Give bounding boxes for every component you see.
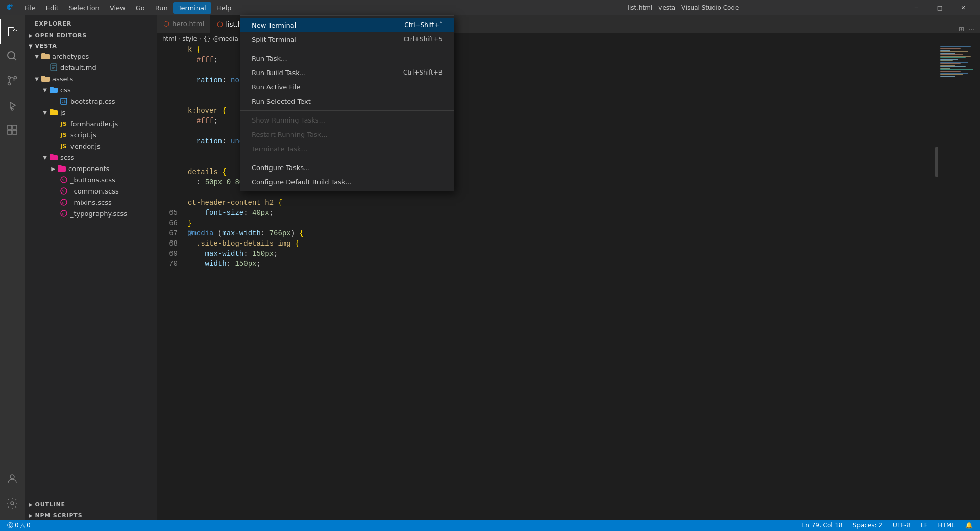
scrollbar-thumb[interactable] <box>935 147 938 177</box>
tree-archetypes[interactable]: ▼ archetypes <box>24 51 157 62</box>
language-label: HTML <box>938 522 955 529</box>
breadcrumb-html[interactable]: html <box>162 35 176 42</box>
menu-terminal[interactable]: Terminal <box>173 2 211 14</box>
activity-explorer[interactable] <box>0 19 24 44</box>
code-view: . . . . . . . . . . . . . . . . 65 <box>157 44 980 520</box>
tree-mixins-scss[interactable]: S _mixins.scss <box>24 197 157 208</box>
menu-help[interactable]: Help <box>211 2 237 14</box>
activity-extensions[interactable] <box>0 117 24 142</box>
folder-assets-icon <box>41 74 50 83</box>
folder-js-icon <box>49 108 58 117</box>
folder-icon <box>41 52 50 61</box>
tree-script-js[interactable]: JS script.js <box>24 129 157 140</box>
js-file-icon3: JS <box>59 141 68 151</box>
status-encoding[interactable]: UTF-8 <box>891 522 913 529</box>
tab-list-html[interactable]: ⬡ list.html ...\about ✕ <box>211 15 298 33</box>
npm-scripts-section[interactable]: ▶ NPM SCRIPTS <box>24 509 157 520</box>
tab-close-button[interactable]: ✕ <box>286 20 291 28</box>
breadcrumb: html › style › {} @media (max-width: 766… <box>157 33 980 44</box>
no-arrow <box>51 209 59 218</box>
bootstrap-css-label: bootstrap.css <box>70 98 115 105</box>
status-eol[interactable]: LF <box>919 522 930 529</box>
activity-search[interactable] <box>0 44 24 68</box>
npm-scripts-arrow: ▶ <box>29 513 33 518</box>
svg-point-1 <box>14 77 17 79</box>
svg-rect-8 <box>13 130 17 134</box>
title-bar: File Edit Selection View Go Run Terminal… <box>0 0 980 15</box>
tree-assets[interactable]: ▼ assets <box>24 73 157 84</box>
activity-source-control[interactable] <box>0 68 24 93</box>
breadcrumb-site-blog[interactable]: .site-blog <box>307 35 335 42</box>
svg-text:S: S <box>62 190 64 193</box>
warning-count: 0 <box>27 522 31 529</box>
activity-run[interactable] <box>0 93 24 117</box>
menu-file[interactable]: File <box>19 2 41 14</box>
activity-settings[interactable] <box>0 491 24 516</box>
js-file-icon2: JS <box>59 130 68 139</box>
breadcrumb-style[interactable]: style <box>182 35 197 42</box>
svg-point-10 <box>11 502 14 505</box>
code-line: .site-blog-details img { <box>188 238 934 249</box>
menu-view[interactable]: View <box>105 2 131 14</box>
menu-edit[interactable]: Edit <box>41 2 64 14</box>
breadcrumb-braces[interactable]: {} <box>203 35 211 42</box>
breadcrumb-media[interactable]: @media (max-width: 766px) <box>213 35 301 42</box>
open-editors-label: OPEN EDITORS <box>35 32 87 39</box>
status-notifications[interactable]: 🔔 <box>963 522 975 529</box>
assets-label: assets <box>52 75 73 83</box>
tree-bootstrap-css[interactable]: CSS bootstrap.css <box>24 95 157 107</box>
archetypes-label: archetypes <box>52 53 89 60</box>
status-language[interactable]: HTML <box>936 522 957 529</box>
split-editor-button[interactable]: ⊞ <box>959 25 964 33</box>
maximize-button[interactable]: □ <box>928 0 951 15</box>
tree-default-md[interactable]: default.md <box>24 62 157 73</box>
sep2: › <box>199 36 201 41</box>
tree-common-scss[interactable]: S _common.scss <box>24 185 157 197</box>
spaces-label: Spaces: 2 <box>853 522 883 529</box>
activity-account[interactable] <box>0 467 24 491</box>
code-line: details { <box>188 167 934 177</box>
js-arrow: ▼ <box>41 108 49 116</box>
scrollbar[interactable] <box>934 44 939 520</box>
components-arrow: ▶ <box>49 164 57 173</box>
open-editors-section[interactable]: ▶ OPEN EDITORS <box>24 29 157 40</box>
tree-formhandler-js[interactable]: JS formhandler.js <box>24 118 157 129</box>
minimap <box>939 44 980 520</box>
activity-bottom <box>0 467 24 520</box>
status-spaces[interactable]: Spaces: 2 <box>851 522 885 529</box>
css-label: css <box>60 86 71 94</box>
code-line: max-width: 150px; <box>188 249 934 259</box>
status-position[interactable]: Ln 79, Col 18 <box>800 522 845 529</box>
tree-css[interactable]: ▼ css <box>24 84 157 95</box>
hero-html-tab-label: hero.html <box>172 20 204 28</box>
tree-typography-scss[interactable]: S _typography.scss <box>24 208 157 219</box>
vesta-section[interactable]: ▼ VESTA <box>24 40 157 51</box>
svg-rect-6 <box>13 125 17 129</box>
minimize-button[interactable]: ─ <box>904 0 928 15</box>
code-line: font-size: 40px; <box>188 208 934 218</box>
code-line <box>188 187 934 198</box>
no-arrow <box>51 198 59 206</box>
more-tabs-button[interactable]: ⋯ <box>968 25 975 33</box>
tree-scss[interactable]: ▼ scss <box>24 152 157 163</box>
menu-selection[interactable]: Selection <box>64 2 105 14</box>
html-icon: ⬡ <box>163 20 169 28</box>
css-arrow: ▼ <box>41 86 49 94</box>
code-line: #fff; <box>188 116 934 126</box>
status-errors[interactable]: ⓪ 0 △ 0 <box>5 521 33 530</box>
menu-run[interactable]: Run <box>150 2 173 14</box>
code-content[interactable]: k { #fff; ration: none; k:hover { #fff; … <box>183 44 934 520</box>
svg-text:CSS: CSS <box>62 100 67 103</box>
code-line: k:hover { <box>188 106 934 116</box>
tree-js[interactable]: ▼ js <box>24 107 157 118</box>
no-arrow <box>51 131 59 139</box>
default-md-label: default.md <box>60 64 96 71</box>
close-button[interactable]: ✕ <box>951 0 975 15</box>
outline-arrow: ▶ <box>29 502 33 508</box>
menu-go[interactable]: Go <box>131 2 150 14</box>
tree-vendor-js[interactable]: JS vendor.js <box>24 140 157 152</box>
tab-hero-html[interactable]: ⬡ hero.html <box>157 15 211 33</box>
tree-components[interactable]: ▶ components <box>24 163 157 174</box>
outline-section[interactable]: ▶ OUTLINE <box>24 498 157 509</box>
tree-buttons-scss[interactable]: S _buttons.scss <box>24 174 157 185</box>
